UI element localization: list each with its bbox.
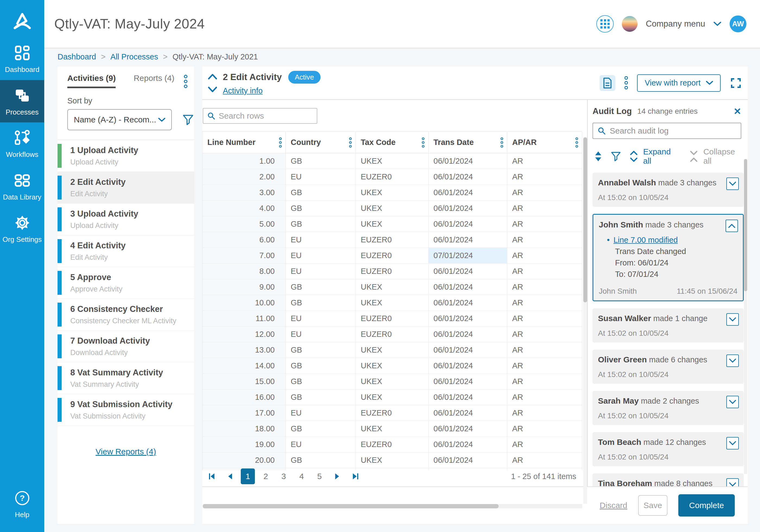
table-cell[interactable]: 06/01/2024 bbox=[429, 374, 507, 389]
table-cell[interactable]: AR bbox=[507, 453, 582, 468]
table-cell[interactable]: UKEX bbox=[356, 358, 429, 373]
table-cell[interactable]: UKEX bbox=[356, 295, 429, 311]
column-menu-kebab-icon[interactable] bbox=[500, 137, 503, 148]
table-cell[interactable]: 15.00 bbox=[203, 374, 286, 389]
sidebar-item-workflows[interactable]: Workflows bbox=[0, 122, 44, 165]
sort-dropdown[interactable]: Name (A-Z) - Recom... bbox=[67, 109, 172, 130]
table-cell[interactable]: UKEX bbox=[356, 185, 429, 200]
table-cell[interactable]: 06/01/2024 bbox=[429, 311, 507, 326]
table-cell[interactable]: EUZER0 bbox=[356, 311, 429, 326]
table-cell[interactable]: 06/01/2024 bbox=[429, 342, 507, 358]
table-row[interactable]: 19.00EUEUZER006/01/2024AR bbox=[203, 437, 582, 453]
table-cell[interactable]: 06/01/2024 bbox=[429, 201, 507, 216]
sidebar-item-dashboard[interactable]: Dashboard bbox=[0, 37, 44, 80]
table-cell[interactable]: 4.00 bbox=[203, 201, 286, 216]
audit-entry[interactable]: John Smith made 3 changes•Line 7.00 modi… bbox=[593, 214, 744, 301]
table-cell[interactable]: 06/01/2024 bbox=[429, 421, 507, 436]
table-cell[interactable]: 3.00 bbox=[203, 185, 286, 200]
table-cell[interactable]: 06/01/2024 bbox=[429, 295, 507, 311]
table-cell[interactable]: 7.00 bbox=[203, 248, 286, 263]
company-avatar[interactable] bbox=[622, 16, 638, 32]
audit-entry[interactable]: Annabel Walsh made 3 changesAt 15:02 on … bbox=[593, 172, 744, 207]
expand-entry-button[interactable] bbox=[726, 313, 739, 326]
table-cell[interactable]: 07/01/2024 bbox=[429, 248, 507, 263]
table-cell[interactable]: 06/01/2024 bbox=[429, 279, 507, 295]
breadcrumb-link-all-processes[interactable]: All Processes bbox=[111, 52, 158, 61]
page-number-1[interactable]: 1 bbox=[241, 468, 255, 484]
table-cell[interactable]: 11.00 bbox=[203, 311, 286, 326]
table-cell[interactable]: 14.00 bbox=[203, 358, 286, 373]
table-cell[interactable]: AR bbox=[507, 374, 582, 389]
chevron-down-icon[interactable] bbox=[713, 21, 722, 26]
table-row[interactable]: 20.00GBUKEX06/01/2024AR bbox=[203, 453, 582, 468]
table-cell[interactable]: 06/01/2024 bbox=[429, 216, 507, 232]
more-options-kebab-icon[interactable] bbox=[625, 76, 628, 90]
breadcrumb-link-dashboard[interactable]: Dashboard bbox=[58, 52, 96, 61]
table-cell[interactable]: EU bbox=[286, 248, 356, 263]
table-cell[interactable]: UKEX bbox=[356, 390, 429, 405]
fullscreen-icon[interactable] bbox=[730, 77, 742, 89]
table-cell[interactable]: 06/01/2024 bbox=[429, 453, 507, 468]
table-cell[interactable]: 5.00 bbox=[203, 216, 286, 232]
close-icon[interactable]: ✕ bbox=[734, 107, 741, 116]
search-rows-input[interactable] bbox=[219, 111, 312, 121]
table-cell[interactable]: AR bbox=[507, 311, 582, 326]
activity-list-item[interactable]: 5 ApproveApprove Activity bbox=[58, 267, 194, 299]
page-number-2[interactable]: 2 bbox=[259, 468, 273, 484]
table-cell[interactable]: GB bbox=[286, 216, 356, 232]
table-cell[interactable]: EU bbox=[286, 437, 356, 452]
activity-list-item[interactable]: 4 Edit ActivityEdit Activity bbox=[58, 235, 194, 267]
table-cell[interactable]: AR bbox=[507, 185, 582, 200]
activity-list-item[interactable]: 6 Consistency CheckerConsistency Checker… bbox=[58, 299, 194, 331]
column-menu-kebab-icon[interactable] bbox=[575, 137, 578, 148]
page-number-3[interactable]: 3 bbox=[277, 468, 291, 484]
table-cell[interactable]: UKEX bbox=[356, 374, 429, 389]
horizontal-scrollbar[interactable] bbox=[203, 504, 582, 508]
activity-info-link[interactable]: Activity info bbox=[223, 86, 320, 95]
collapse-entry-button[interactable] bbox=[726, 219, 738, 232]
table-cell[interactable]: AR bbox=[507, 326, 582, 342]
expand-entry-button[interactable] bbox=[726, 437, 739, 450]
table-cell[interactable]: 19.00 bbox=[203, 437, 286, 452]
table-row[interactable]: 2.00EUEUZER006/01/2024AR bbox=[203, 169, 582, 185]
user-avatar[interactable]: AW bbox=[730, 16, 746, 32]
activity-list-item[interactable]: 8 Vat Summary ActivityVat Summary Activi… bbox=[58, 363, 194, 394]
chevron-up-icon[interactable] bbox=[208, 73, 217, 79]
table-cell[interactable]: 12.00 bbox=[203, 326, 286, 342]
table-row[interactable]: 6.00EUEUZER006/01/2024AR bbox=[203, 232, 582, 248]
expand-entry-button[interactable] bbox=[726, 355, 739, 367]
table-cell[interactable]: AR bbox=[507, 153, 582, 169]
column-header-ap-ar[interactable]: AP/AR bbox=[507, 132, 582, 153]
table-row[interactable]: 14.00GBUKEX06/01/2024AR bbox=[203, 358, 582, 374]
table-cell[interactable]: GB bbox=[286, 185, 356, 200]
complete-button[interactable]: Complete bbox=[678, 494, 735, 516]
save-button[interactable]: Save bbox=[638, 495, 667, 516]
audit-entry[interactable]: Tom Beach made 12 changesAt 15:02 on 10/… bbox=[593, 432, 744, 466]
table-cell[interactable]: GB bbox=[286, 201, 356, 216]
column-menu-kebab-icon[interactable] bbox=[279, 137, 282, 148]
table-cell[interactable]: AR bbox=[507, 342, 582, 358]
table-cell[interactable]: 06/01/2024 bbox=[429, 358, 507, 373]
table-cell[interactable]: EU bbox=[286, 405, 356, 421]
activity-list-item[interactable]: 3 Upload ActivityUpload Activity bbox=[58, 204, 194, 235]
table-cell[interactable]: AR bbox=[507, 232, 582, 248]
table-cell[interactable]: EUZER0 bbox=[356, 437, 429, 452]
table-cell[interactable]: GB bbox=[286, 279, 356, 295]
table-cell[interactable]: UKEX bbox=[356, 201, 429, 216]
table-cell[interactable]: 06/01/2024 bbox=[429, 264, 507, 279]
vertical-scrollbar[interactable] bbox=[583, 137, 587, 504]
table-cell[interactable]: EUZER0 bbox=[356, 169, 429, 185]
table-cell[interactable]: EU bbox=[286, 326, 356, 342]
apps-grid-button[interactable] bbox=[596, 15, 614, 32]
expand-entry-button[interactable] bbox=[726, 177, 739, 190]
table-cell[interactable]: 1.00 bbox=[203, 153, 286, 169]
activity-list-item[interactable]: 1 Upload ActivityUpload Activity bbox=[58, 140, 194, 172]
audit-modified-line-link[interactable]: Line 7.00 modified bbox=[613, 236, 678, 244]
document-icon[interactable] bbox=[599, 75, 615, 91]
table-row[interactable]: 11.00EUEUZER006/01/2024AR bbox=[203, 311, 582, 326]
table-cell[interactable]: 16.00 bbox=[203, 390, 286, 405]
sidebar-item-data-library[interactable]: Data Library bbox=[0, 165, 44, 208]
table-cell[interactable]: 06/01/2024 bbox=[429, 326, 507, 342]
last-page-icon[interactable] bbox=[348, 469, 362, 483]
audit-entry[interactable]: Oliver Green made 6 changesAt 15:02 on 1… bbox=[593, 350, 744, 384]
